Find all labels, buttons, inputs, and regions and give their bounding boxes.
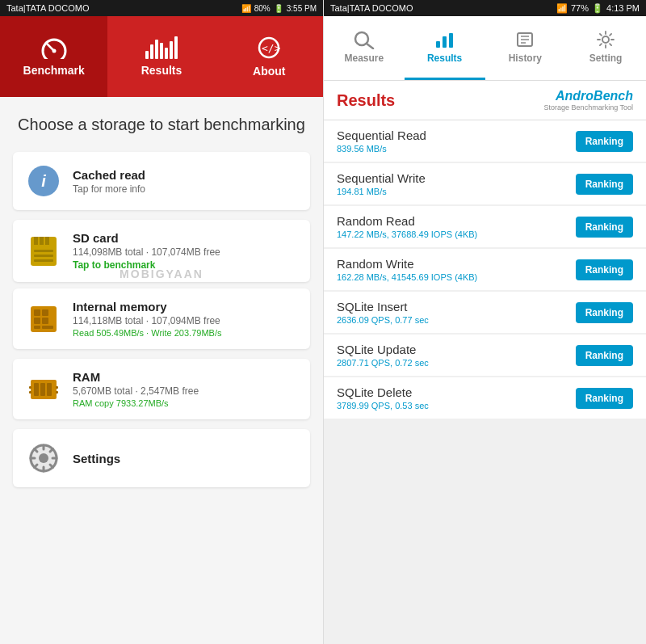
right-status-icons: 📶 77% 🔋 4:13 PM xyxy=(556,3,640,14)
svg-rect-25 xyxy=(56,386,58,389)
result-row: Random Write 162.28 MB/s, 41545.69 IOPS … xyxy=(324,249,646,290)
internal-memory-item[interactable]: Internal memory 114,118MB total · 107,09… xyxy=(13,288,310,349)
svg-rect-40 xyxy=(436,41,440,48)
svg-rect-16 xyxy=(42,318,48,324)
svg-text:</>: </> xyxy=(262,42,281,54)
nav-measure[interactable]: Measure xyxy=(324,16,405,80)
svg-rect-21 xyxy=(40,383,45,396)
result-info-5: SQLite Update 2807.71 QPS, 0.72 sec xyxy=(337,343,429,368)
right-signal-icon: 📶 xyxy=(556,3,568,14)
svg-rect-14 xyxy=(42,309,48,316)
svg-rect-9 xyxy=(34,250,53,252)
svg-rect-10 xyxy=(34,255,53,257)
left-panel: Tata|TATA DOCOMO 📶 80% 🔋 3:55 PM Benchma… xyxy=(0,0,323,644)
svg-line-52 xyxy=(600,34,602,36)
right-time: 4:13 PM xyxy=(606,3,640,13)
result-info-4: SQLite Insert 2636.09 QPS, 0.77 sec xyxy=(337,300,429,325)
result-value-6: 3789.99 QPS, 0.53 sec xyxy=(337,401,429,410)
nav-about[interactable]: </> About xyxy=(216,16,323,97)
result-name-4: SQLite Insert xyxy=(337,300,429,314)
internal-memory-speeds: Read 505.49MB/s · Write 203.79MB/s xyxy=(73,328,297,338)
result-info-2: Random Read 147.22 MB/s, 37688.49 IOPS (… xyxy=(337,214,477,239)
result-value-0: 839.56 MB/s xyxy=(337,144,426,154)
ranking-button-1[interactable]: Ranking xyxy=(576,174,633,195)
setting-icon xyxy=(595,30,616,49)
nav-results-label: Results xyxy=(141,64,182,77)
right-panel: Tata|TATA DOCOMO 📶 77% 🔋 4:13 PM Measure… xyxy=(323,0,646,644)
result-value-4: 2636.09 QPS, 0.77 sec xyxy=(337,315,429,325)
code-icon: </> xyxy=(255,36,283,60)
nav-measure-label: Measure xyxy=(345,53,384,64)
svg-rect-26 xyxy=(56,391,58,394)
left-battery-text: 80% xyxy=(254,4,271,13)
svg-line-53 xyxy=(610,44,611,45)
result-info-0: Sequential Read 839.56 MB/s xyxy=(337,128,426,154)
result-value-1: 194.81 MB/s xyxy=(337,187,426,196)
ranking-button-4[interactable]: Ranking xyxy=(576,302,633,323)
sd-card-name: SD card xyxy=(73,231,297,245)
brand-andro: Andro xyxy=(556,89,594,103)
cached-read-icon: i xyxy=(26,163,61,199)
ranking-button-0[interactable]: Ranking xyxy=(576,131,633,152)
ram-detail: 5,670MB total · 2,547MB free xyxy=(73,385,297,397)
sd-card-detail: 114,098MB total · 107,074MB free xyxy=(73,246,297,258)
right-carrier: Tata|TATA DOCOMO xyxy=(330,3,413,13)
sd-card-info: SD card 114,098MB total · 107,074MB free… xyxy=(73,231,297,271)
ram-speeds: RAM copy 7933.27MB/s xyxy=(73,398,297,408)
svg-point-47 xyxy=(602,36,609,43)
ranking-button-2[interactable]: Ranking xyxy=(576,217,633,238)
svg-rect-24 xyxy=(29,391,31,394)
nav-history[interactable]: History xyxy=(485,16,566,80)
result-info-3: Random Write 162.28 MB/s, 41545.69 IOPS … xyxy=(337,257,477,282)
nav-right-results[interactable]: Results xyxy=(405,16,485,80)
internal-memory-info: Internal memory 114,118MB total · 107,09… xyxy=(73,300,297,338)
results-title: Results xyxy=(337,91,395,110)
svg-rect-15 xyxy=(34,318,40,324)
nav-right-results-label: Results xyxy=(427,53,462,64)
cached-read-info: Cached read Tap for more info xyxy=(73,168,297,195)
svg-line-54 xyxy=(610,34,611,36)
ram-icon xyxy=(26,372,61,407)
info-icon: i xyxy=(28,166,59,196)
right-status-bar: Tata|TATA DOCOMO 📶 77% 🔋 4:13 PM xyxy=(324,0,646,16)
result-name-5: SQLite Update xyxy=(337,343,429,356)
right-battery-text: 77% xyxy=(571,3,589,13)
result-row: Sequential Write 194.81 MB/s Ranking xyxy=(324,163,646,204)
speedometer-icon xyxy=(40,36,69,59)
nav-setting[interactable]: Setting xyxy=(565,16,646,80)
left-signal-icon: 📶 xyxy=(241,4,251,13)
svg-rect-13 xyxy=(34,309,40,316)
svg-rect-8 xyxy=(45,237,49,245)
cached-read-name: Cached read xyxy=(73,168,297,182)
result-name-6: SQLite Delete xyxy=(337,385,429,399)
left-nav: Benchmark Results </> About xyxy=(0,16,323,97)
nav-results[interactable]: Results xyxy=(107,16,215,97)
svg-rect-11 xyxy=(34,259,53,262)
left-title: Choose a storage to start benchmarking xyxy=(13,113,310,136)
result-row: Random Read 147.22 MB/s, 37688.49 IOPS (… xyxy=(324,206,646,247)
results-list: Sequential Read 839.56 MB/s Ranking Sequ… xyxy=(324,120,646,644)
result-name-1: Sequential Write xyxy=(337,171,426,185)
result-row: SQLite Update 2807.71 QPS, 0.72 sec Rank… xyxy=(324,335,646,376)
nav-history-label: History xyxy=(509,53,542,64)
right-header: Results AndroBench Storage Benchmarking … xyxy=(324,81,646,120)
history-icon xyxy=(514,30,535,49)
settings-info: Settings xyxy=(73,452,297,465)
left-carrier: Tata|TATA DOCOMO xyxy=(6,3,89,13)
ram-item[interactable]: RAM 5,670MB total · 2,547MB free RAM cop… xyxy=(13,359,310,419)
result-info-6: SQLite Delete 3789.99 QPS, 0.53 sec xyxy=(337,385,429,410)
settings-name: Settings xyxy=(73,452,297,465)
left-time: 3:55 PM xyxy=(287,4,317,13)
ranking-button-6[interactable]: Ranking xyxy=(576,388,633,409)
bars-icon xyxy=(145,36,178,59)
result-value-3: 162.28 MB/s, 41545.69 IOPS (4KB) xyxy=(337,272,477,282)
cached-read-item[interactable]: i Cached read Tap for more info xyxy=(13,152,310,210)
nav-about-label: About xyxy=(253,65,285,78)
ranking-button-3[interactable]: Ranking xyxy=(576,259,633,280)
settings-item[interactable]: Settings xyxy=(13,429,310,487)
ranking-button-5[interactable]: Ranking xyxy=(576,345,633,366)
left-status-bar: Tata|TATA DOCOMO 📶 80% 🔋 3:55 PM xyxy=(0,0,323,16)
sd-icon xyxy=(27,235,60,267)
nav-setting-label: Setting xyxy=(589,53,623,64)
nav-benchmark[interactable]: Benchmark xyxy=(0,16,107,97)
